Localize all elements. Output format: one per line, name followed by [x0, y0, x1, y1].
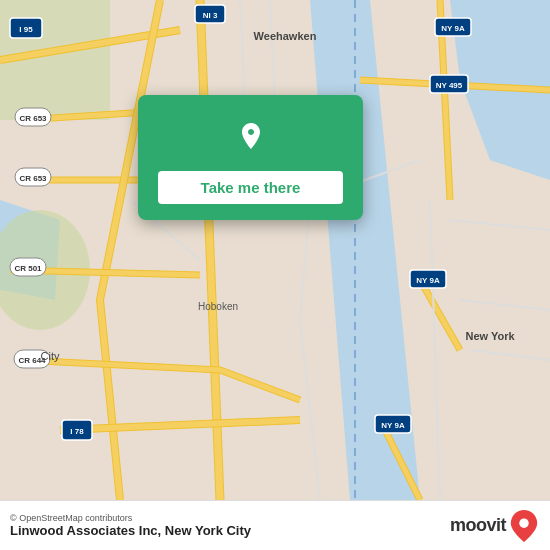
take-me-there-button[interactable]: Take me there: [158, 171, 343, 204]
svg-text:New York: New York: [465, 330, 515, 342]
moovit-pin-icon: [510, 510, 538, 542]
svg-text:CR 653: CR 653: [19, 174, 47, 183]
svg-text:NY 495: NY 495: [436, 81, 463, 90]
moovit-text: moovit: [450, 515, 506, 536]
svg-text:Weehawken: Weehawken: [254, 30, 317, 42]
moovit-logo: moovit: [450, 510, 538, 542]
bottom-left: © OpenStreetMap contributors Linwood Ass…: [10, 513, 251, 538]
map-container: I 95 NI 3 CR 653 CR 653 CR 6 NY 9A NY 49…: [0, 0, 550, 500]
svg-text:CR 653: CR 653: [19, 114, 47, 123]
svg-text:Hoboken: Hoboken: [198, 301, 238, 312]
svg-point-36: [519, 518, 528, 527]
svg-text:NY 9A: NY 9A: [416, 276, 440, 285]
location-name: Linwood Associates Inc, New York City: [10, 523, 251, 538]
svg-text:NY 9A: NY 9A: [441, 24, 465, 33]
location-pin-icon: [228, 113, 274, 159]
attribution-text: © OpenStreetMap contributors: [10, 513, 251, 523]
bottom-bar: © OpenStreetMap contributors Linwood Ass…: [0, 500, 550, 550]
svg-text:City: City: [41, 350, 60, 362]
map-svg: I 95 NI 3 CR 653 CR 653 CR 6 NY 9A NY 49…: [0, 0, 550, 500]
svg-text:NI 3: NI 3: [203, 11, 218, 20]
svg-text:I 95: I 95: [19, 25, 33, 34]
popup-card: Take me there: [138, 95, 363, 220]
svg-text:NY 9A: NY 9A: [381, 421, 405, 430]
svg-text:CR 501: CR 501: [14, 264, 42, 273]
svg-text:I 78: I 78: [70, 427, 84, 436]
